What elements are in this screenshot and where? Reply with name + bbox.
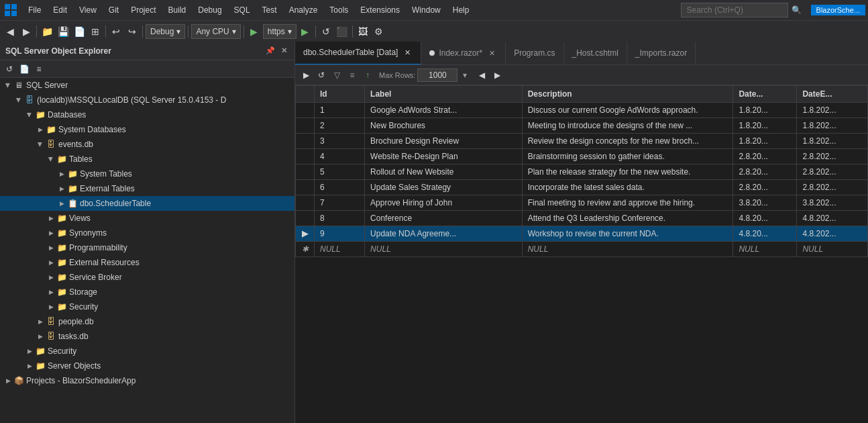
menu-help[interactable]: Help — [447, 3, 475, 17]
new-query-btn[interactable]: 📄 — [17, 62, 31, 76]
run-btn[interactable]: ▶ — [247, 24, 262, 39]
table-row[interactable]: ✱ NULL NULL NULL NULL NULL — [296, 242, 868, 257]
tree-storage[interactable]: ▶ 📁 Storage — [0, 285, 294, 299]
row-date-end[interactable]: 1.8.202... — [797, 118, 868, 134]
debug-config-dropdown[interactable]: Debug ▾ — [146, 24, 185, 39]
menu-build[interactable]: Build — [163, 3, 192, 17]
tree-security-events[interactable]: ▶ 📁 Security — [0, 299, 294, 314]
expand-system-db-arrow[interactable]: ▶ — [35, 124, 46, 135]
menu-sql[interactable]: SQL — [229, 3, 256, 17]
row-date-end[interactable]: 3.8.202... — [797, 195, 868, 211]
tree-projects[interactable]: ▶ 📦 Projects - BlazorSchedulerApp — [0, 373, 294, 388]
row-id[interactable]: NULL — [315, 242, 365, 257]
tab-index-razor-close[interactable]: ✕ — [486, 48, 497, 58]
tree-server-objects[interactable]: ▶ 📁 Server Objects — [0, 359, 294, 373]
tree-external-tables[interactable]: ▶ 📁 External Tables — [0, 181, 294, 196]
row-description[interactable]: Meeting to introduce the designs of the … — [522, 118, 733, 134]
row-description[interactable]: Brainstorming session to gather ideas. — [522, 149, 733, 164]
tab-scheduler-table-close[interactable]: ✕ — [402, 47, 413, 58]
row-date-end[interactable]: 4.8.202... — [797, 211, 868, 226]
expand-storage-arrow[interactable]: ▶ — [46, 287, 56, 297]
platform-dropdown[interactable]: Any CPU ▾ — [191, 24, 240, 39]
tree-people-db[interactable]: ▶ 🗄 people.db — [0, 314, 294, 329]
run-debug-btn[interactable]: ▶ — [298, 24, 313, 39]
close-panel-icon[interactable]: ✕ — [278, 46, 289, 56]
row-description[interactable]: Final meeting to review and approve the … — [522, 195, 733, 211]
row-label[interactable]: Brochure Design Review — [365, 134, 523, 149]
pin-icon[interactable]: 📌 — [265, 46, 276, 56]
row-description[interactable]: NULL — [522, 242, 733, 257]
row-date-end[interactable]: NULL — [797, 242, 868, 257]
menu-tools[interactable]: Tools — [324, 3, 354, 17]
menu-extensions[interactable]: Extensions — [355, 3, 405, 17]
tree-external-resources[interactable]: ▶ 📁 External Resources — [0, 255, 294, 270]
expand-scheduler-table-arrow[interactable]: ▶ — [56, 198, 67, 209]
row-label[interactable]: Update NDA Agreeme... — [365, 226, 523, 242]
expand-tables-arrow[interactable]: ▶ — [46, 154, 56, 164]
expand-synonyms-arrow[interactable]: ▶ — [46, 228, 56, 238]
menu-edit[interactable]: Edit — [48, 3, 72, 17]
row-date-start[interactable]: 1.8.20... — [733, 103, 797, 118]
tree-system-databases[interactable]: ▶ 📁 System Databases — [0, 122, 294, 137]
tab-host-cshtml[interactable]: _Host.cshtml — [564, 42, 627, 65]
row-label[interactable]: NULL — [365, 242, 523, 257]
tree-views[interactable]: ▶ 📁 Views — [0, 211, 294, 226]
menu-git[interactable]: Git — [103, 3, 124, 17]
row-id[interactable]: 8 — [315, 211, 365, 226]
expand-databases-arrow[interactable]: ▶ — [24, 109, 35, 120]
row-date-end[interactable]: 2.8.202... — [797, 164, 868, 180]
row-label[interactable]: Update Sales Strategy — [365, 180, 523, 195]
run-url-dropdown[interactable]: https ▾ — [263, 24, 296, 39]
restart-btn[interactable]: ↺ — [319, 24, 333, 39]
execute-btn[interactable]: ▶ — [299, 68, 313, 82]
tree-synonyms[interactable]: ▶ 📁 Synonyms — [0, 226, 294, 240]
commit-btn[interactable]: ↑ — [361, 68, 374, 82]
row-id[interactable]: 2 — [315, 118, 365, 134]
tree-system-tables[interactable]: ▶ 📁 System Tables — [0, 167, 294, 181]
refresh-btn[interactable]: ↺ — [3, 62, 16, 76]
row-description[interactable]: Incorporate the latest sales data. — [522, 180, 733, 195]
redo-btn[interactable]: ↪ — [125, 24, 140, 39]
save-all-btn[interactable]: 📄 — [72, 24, 87, 39]
row-date-start[interactable]: NULL — [733, 242, 797, 257]
search-input[interactable] — [681, 3, 788, 17]
menu-window[interactable]: Window — [406, 3, 446, 17]
settings-btn[interactable]: ⚙ — [372, 24, 386, 39]
expand-sys-tables-arrow[interactable]: ▶ — [56, 169, 67, 179]
row-date-end[interactable]: 4.8.202... — [797, 226, 868, 242]
row-label[interactable]: New Brochures — [365, 118, 523, 134]
expand-people-db-arrow[interactable]: ▶ — [35, 316, 46, 327]
table-row[interactable]: 6 Update Sales Strategy Incorporate the … — [296, 180, 868, 195]
table-row[interactable]: 4 Website Re-Design Plan Brainstorming s… — [296, 149, 868, 164]
table-row[interactable]: 7 Approve Hiring of John Final meeting t… — [296, 195, 868, 211]
row-date-start[interactable]: 1.8.20... — [733, 134, 797, 149]
row-description[interactable]: Plan the release strategy for the new we… — [522, 164, 733, 180]
stop-btn[interactable]: ⬛ — [335, 24, 349, 39]
tree-sql-server[interactable]: ▶ 🖥 SQL Server — [0, 78, 294, 93]
expand-views-arrow[interactable]: ▶ — [46, 213, 56, 224]
tree-security-root[interactable]: ▶ 📁 Security — [0, 344, 294, 359]
expand-ext-res-arrow[interactable]: ▶ — [46, 257, 56, 268]
menu-view[interactable]: View — [74, 3, 102, 17]
menu-project[interactable]: Project — [125, 3, 161, 17]
expand-security-root-arrow[interactable]: ▶ — [24, 346, 35, 357]
row-id[interactable]: 4 — [315, 149, 365, 164]
save-btn[interactable]: 💾 — [56, 24, 70, 39]
row-date-start[interactable]: 1.8.20... — [733, 118, 797, 134]
table-row[interactable]: 3 Brochure Design Review Review the desi… — [296, 134, 868, 149]
nav-next-page-btn[interactable]: ▶ — [490, 68, 504, 82]
filter-btn[interactable]: ≡ — [32, 62, 46, 76]
expand-projects-arrow[interactable]: ▶ — [3, 375, 13, 386]
row-label[interactable]: Website Re-Design Plan — [365, 149, 523, 164]
expand-security-events-arrow[interactable]: ▶ — [46, 301, 56, 312]
row-id[interactable]: 6 — [315, 180, 365, 195]
row-id[interactable]: 9 — [315, 226, 365, 242]
row-label[interactable]: Google AdWords Strat... — [365, 103, 523, 118]
row-date-start[interactable]: 4.8.20... — [733, 211, 797, 226]
row-date-end[interactable]: 1.8.202... — [797, 134, 868, 149]
tree-scheduler-table[interactable]: ▶ 📋 dbo.SchedulerTable — [0, 196, 294, 211]
row-date-start[interactable]: 3.8.20... — [733, 195, 797, 211]
sql-filter-btn[interactable]: ≡ — [345, 68, 359, 82]
nav-back-btn[interactable]: ◀ — [3, 24, 17, 39]
row-date-start[interactable]: 2.8.20... — [733, 149, 797, 164]
